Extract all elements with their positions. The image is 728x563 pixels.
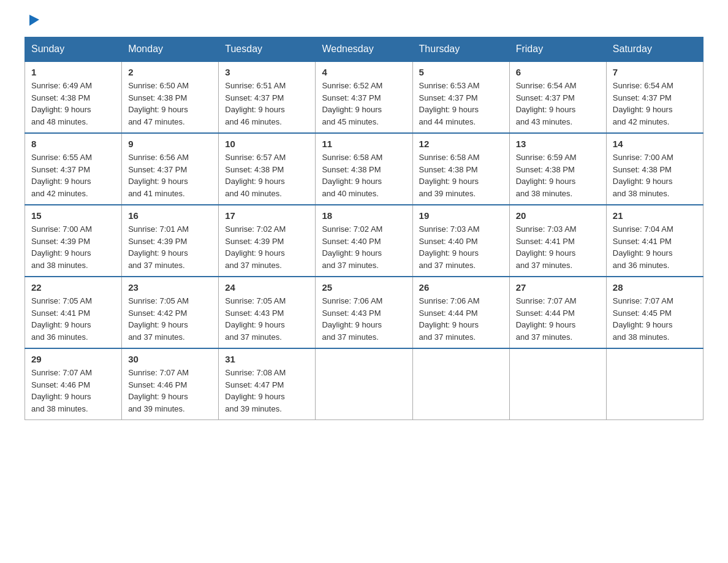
- day-info: Sunrise: 7:07 AM Sunset: 4:46 PM Dayligh…: [31, 367, 115, 415]
- day-info: Sunrise: 7:04 AM Sunset: 4:41 PM Dayligh…: [613, 223, 697, 271]
- svg-marker-0: [29, 15, 39, 26]
- day-number: 15: [31, 210, 115, 221]
- calendar-cell: 16 Sunrise: 7:01 AM Sunset: 4:39 PM Dayl…: [122, 205, 219, 277]
- day-info: Sunrise: 6:53 AM Sunset: 4:37 PM Dayligh…: [419, 80, 503, 128]
- header-cell-thursday: Thursday: [412, 37, 509, 62]
- calendar-cell: 13 Sunrise: 6:59 AM Sunset: 4:38 PM Dayl…: [509, 133, 606, 205]
- calendar-cell: 2 Sunrise: 6:50 AM Sunset: 4:38 PM Dayli…: [122, 61, 219, 133]
- day-number: 6: [516, 67, 600, 77]
- day-info: Sunrise: 7:07 AM Sunset: 4:44 PM Dayligh…: [516, 295, 600, 343]
- day-info: Sunrise: 7:05 AM Sunset: 4:43 PM Dayligh…: [225, 295, 309, 343]
- calendar-week-row: 1 Sunrise: 6:49 AM Sunset: 4:38 PM Dayli…: [25, 61, 703, 133]
- calendar-cell: 17 Sunrise: 7:02 AM Sunset: 4:39 PM Dayl…: [219, 205, 316, 277]
- day-number: 18: [322, 210, 406, 221]
- day-number: 17: [225, 210, 309, 221]
- day-info: Sunrise: 7:05 AM Sunset: 4:42 PM Dayligh…: [128, 295, 212, 343]
- day-number: 28: [613, 282, 697, 293]
- day-info: Sunrise: 7:08 AM Sunset: 4:47 PM Dayligh…: [225, 367, 309, 415]
- calendar-cell: 30 Sunrise: 7:07 AM Sunset: 4:46 PM Dayl…: [122, 348, 219, 420]
- day-info: Sunrise: 6:57 AM Sunset: 4:38 PM Dayligh…: [225, 151, 309, 199]
- day-info: Sunrise: 6:54 AM Sunset: 4:37 PM Dayligh…: [516, 80, 600, 128]
- calendar-cell: 31 Sunrise: 7:08 AM Sunset: 4:47 PM Dayl…: [219, 348, 316, 420]
- day-number: 16: [128, 210, 212, 221]
- day-number: 8: [31, 139, 115, 149]
- calendar-cell: 26 Sunrise: 7:06 AM Sunset: 4:44 PM Dayl…: [412, 277, 509, 348]
- calendar-cell: 4 Sunrise: 6:52 AM Sunset: 4:37 PM Dayli…: [316, 61, 412, 133]
- day-info: Sunrise: 7:06 AM Sunset: 4:44 PM Dayligh…: [419, 295, 503, 343]
- calendar-cell: [606, 348, 703, 420]
- header-row: SundayMondayTuesdayWednesdayThursdayFrid…: [25, 37, 703, 62]
- day-number: 22: [31, 282, 115, 293]
- calendar-cell: 14 Sunrise: 7:00 AM Sunset: 4:38 PM Dayl…: [606, 133, 703, 205]
- calendar-cell: [316, 348, 412, 420]
- calendar-cell: [509, 348, 606, 420]
- day-info: Sunrise: 7:02 AM Sunset: 4:40 PM Dayligh…: [322, 223, 406, 271]
- calendar-cell: 22 Sunrise: 7:05 AM Sunset: 4:41 PM Dayl…: [25, 277, 122, 348]
- header-cell-tuesday: Tuesday: [219, 37, 316, 62]
- calendar-cell: 9 Sunrise: 6:56 AM Sunset: 4:37 PM Dayli…: [122, 133, 219, 205]
- calendar-cell: 20 Sunrise: 7:03 AM Sunset: 4:41 PM Dayl…: [509, 205, 606, 277]
- day-info: Sunrise: 6:52 AM Sunset: 4:37 PM Dayligh…: [322, 80, 406, 128]
- day-info: Sunrise: 7:07 AM Sunset: 4:46 PM Dayligh…: [128, 367, 212, 415]
- calendar-week-row: 22 Sunrise: 7:05 AM Sunset: 4:41 PM Dayl…: [25, 277, 703, 348]
- day-info: Sunrise: 7:05 AM Sunset: 4:41 PM Dayligh…: [31, 295, 115, 343]
- day-info: Sunrise: 6:50 AM Sunset: 4:38 PM Dayligh…: [128, 80, 212, 128]
- calendar-cell: 23 Sunrise: 7:05 AM Sunset: 4:42 PM Dayl…: [122, 277, 219, 348]
- header-cell-sunday: Sunday: [25, 37, 122, 62]
- calendar-cell: [412, 348, 509, 420]
- day-info: Sunrise: 6:51 AM Sunset: 4:37 PM Dayligh…: [225, 80, 309, 128]
- day-number: 5: [419, 67, 503, 77]
- day-number: 3: [225, 67, 309, 77]
- day-info: Sunrise: 7:00 AM Sunset: 4:38 PM Dayligh…: [613, 151, 697, 199]
- day-number: 19: [419, 210, 503, 221]
- day-number: 29: [31, 354, 115, 364]
- calendar-cell: 10 Sunrise: 6:57 AM Sunset: 4:38 PM Dayl…: [219, 133, 316, 205]
- calendar-cell: 7 Sunrise: 6:54 AM Sunset: 4:37 PM Dayli…: [606, 61, 703, 133]
- day-number: 13: [516, 139, 600, 149]
- logo-triangle-icon: [27, 13, 40, 27]
- calendar-cell: 8 Sunrise: 6:55 AM Sunset: 4:37 PM Dayli…: [25, 133, 122, 205]
- calendar-week-row: 29 Sunrise: 7:07 AM Sunset: 4:46 PM Dayl…: [25, 348, 703, 420]
- day-number: 25: [322, 282, 406, 293]
- calendar-cell: 15 Sunrise: 7:00 AM Sunset: 4:39 PM Dayl…: [25, 205, 122, 277]
- calendar-cell: 1 Sunrise: 6:49 AM Sunset: 4:38 PM Dayli…: [25, 61, 122, 133]
- day-number: 26: [419, 282, 503, 293]
- calendar-cell: 21 Sunrise: 7:04 AM Sunset: 4:41 PM Dayl…: [606, 205, 703, 277]
- calendar-cell: 28 Sunrise: 7:07 AM Sunset: 4:45 PM Dayl…: [606, 277, 703, 348]
- header-cell-friday: Friday: [509, 37, 606, 62]
- logo: [25, 18, 40, 25]
- calendar-header: SundayMondayTuesdayWednesdayThursdayFrid…: [25, 37, 703, 62]
- page-header: [25, 18, 703, 25]
- day-number: 4: [322, 67, 406, 77]
- calendar-cell: 19 Sunrise: 7:03 AM Sunset: 4:40 PM Dayl…: [412, 205, 509, 277]
- calendar-cell: 3 Sunrise: 6:51 AM Sunset: 4:37 PM Dayli…: [219, 61, 316, 133]
- day-info: Sunrise: 7:00 AM Sunset: 4:39 PM Dayligh…: [31, 223, 115, 271]
- calendar-cell: 27 Sunrise: 7:07 AM Sunset: 4:44 PM Dayl…: [509, 277, 606, 348]
- calendar-cell: 11 Sunrise: 6:58 AM Sunset: 4:38 PM Dayl…: [316, 133, 412, 205]
- calendar-cell: 18 Sunrise: 7:02 AM Sunset: 4:40 PM Dayl…: [316, 205, 412, 277]
- calendar-cell: 6 Sunrise: 6:54 AM Sunset: 4:37 PM Dayli…: [509, 61, 606, 133]
- day-number: 20: [516, 210, 600, 221]
- header-cell-monday: Monday: [122, 37, 219, 62]
- day-info: Sunrise: 6:58 AM Sunset: 4:38 PM Dayligh…: [419, 151, 503, 199]
- day-info: Sunrise: 7:03 AM Sunset: 4:41 PM Dayligh…: [516, 223, 600, 271]
- day-number: 30: [128, 354, 212, 364]
- day-info: Sunrise: 6:56 AM Sunset: 4:37 PM Dayligh…: [128, 151, 212, 199]
- day-info: Sunrise: 6:54 AM Sunset: 4:37 PM Dayligh…: [613, 80, 697, 128]
- day-number: 11: [322, 139, 406, 149]
- day-info: Sunrise: 7:02 AM Sunset: 4:39 PM Dayligh…: [225, 223, 309, 271]
- calendar-cell: 29 Sunrise: 7:07 AM Sunset: 4:46 PM Dayl…: [25, 348, 122, 420]
- day-info: Sunrise: 6:58 AM Sunset: 4:38 PM Dayligh…: [322, 151, 406, 199]
- day-number: 27: [516, 282, 600, 293]
- day-number: 9: [128, 139, 212, 149]
- day-number: 12: [419, 139, 503, 149]
- day-number: 2: [128, 67, 212, 77]
- day-info: Sunrise: 6:55 AM Sunset: 4:37 PM Dayligh…: [31, 151, 115, 199]
- day-number: 1: [31, 67, 115, 77]
- calendar-cell: 25 Sunrise: 7:06 AM Sunset: 4:43 PM Dayl…: [316, 277, 412, 348]
- calendar-week-row: 15 Sunrise: 7:00 AM Sunset: 4:39 PM Dayl…: [25, 205, 703, 277]
- calendar-cell: 12 Sunrise: 6:58 AM Sunset: 4:38 PM Dayl…: [412, 133, 509, 205]
- day-info: Sunrise: 7:01 AM Sunset: 4:39 PM Dayligh…: [128, 223, 212, 271]
- day-info: Sunrise: 7:07 AM Sunset: 4:45 PM Dayligh…: [613, 295, 697, 343]
- day-info: Sunrise: 7:06 AM Sunset: 4:43 PM Dayligh…: [322, 295, 406, 343]
